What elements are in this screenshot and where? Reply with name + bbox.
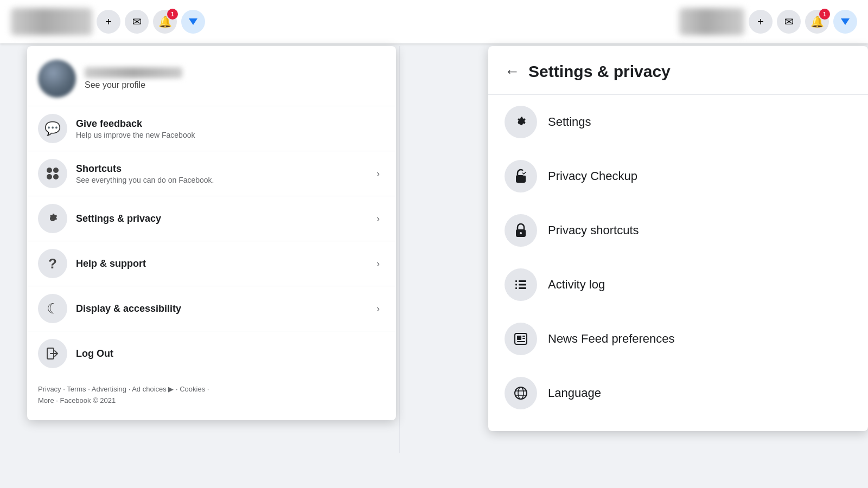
- svg-rect-10: [519, 280, 526, 282]
- menu-item-logout[interactable]: Log Out: [27, 331, 396, 376]
- profile-section[interactable]: See your profile: [27, 52, 396, 106]
- see-profile-label: See your profile: [85, 80, 182, 90]
- newspaper-icon: [513, 331, 529, 347]
- navbar-left: + ✉ 🔔 1: [11, 8, 205, 35]
- svg-point-3: [53, 174, 59, 179]
- shortcuts-svg-icon: [45, 166, 60, 181]
- footer-more[interactable]: More: [38, 396, 54, 404]
- avatar: [38, 60, 76, 98]
- profile-info: See your profile: [85, 67, 182, 90]
- settings-privacy-heading: Settings & privacy: [528, 62, 671, 81]
- activity-log-icon: [505, 268, 537, 301]
- feedback-subtitle: Help us improve the new Facebook: [76, 131, 385, 139]
- privacy-checkup-label: Privacy Checkup: [548, 169, 637, 183]
- svg-rect-19: [517, 341, 525, 342]
- shortcuts-subtitle: See everything you can do on Facebook.: [76, 176, 368, 184]
- moon-icon: ☾: [47, 300, 59, 317]
- privacy-checkup-icon: [505, 160, 537, 192]
- menu-item-feedback[interactable]: 💬 Give feedback Help us improve the new …: [27, 106, 396, 151]
- messenger-button-right[interactable]: ✉: [777, 10, 801, 34]
- question-icon: ?: [48, 255, 57, 272]
- account-dropdown-button-right[interactable]: [833, 10, 857, 34]
- logout-title: Log Out: [76, 348, 385, 359]
- help-text: Help & support: [76, 258, 368, 269]
- settings-privacy-title: Settings & privacy: [76, 213, 368, 224]
- plus-icon: +: [105, 16, 112, 28]
- feedback-title: Give feedback: [76, 118, 385, 130]
- add-button-right[interactable]: +: [749, 10, 773, 34]
- settings-item-privacy-checkup[interactable]: Privacy Checkup: [488, 149, 868, 203]
- settings-privacy-menu: ← Settings & privacy Settings Privacy Ch…: [488, 46, 868, 431]
- lock-checkup-icon: [512, 168, 529, 185]
- globe-icon: [513, 385, 529, 401]
- settings-privacy-icon: [38, 204, 67, 233]
- language-icon: [505, 377, 537, 409]
- settings-item-settings-label: Settings: [548, 115, 591, 129]
- help-icon: ?: [38, 249, 67, 278]
- svg-rect-9: [515, 280, 517, 282]
- shortcuts-text: Shortcuts See everything you can do on F…: [76, 163, 368, 184]
- display-title: Display & accessibility: [76, 303, 368, 314]
- svg-rect-12: [519, 284, 526, 286]
- footer-adchoices[interactable]: Ad choices ▶: [132, 385, 174, 393]
- display-text: Display & accessibility: [76, 303, 368, 314]
- shortcuts-icon: [38, 159, 67, 188]
- menu-item-display[interactable]: ☾ Display & accessibility ›: [27, 286, 396, 331]
- shortcuts-chevron: ›: [376, 168, 380, 179]
- svg-point-8: [520, 232, 522, 234]
- notifications-button-right[interactable]: 🔔 1: [805, 10, 829, 34]
- add-button[interactable]: +: [97, 10, 120, 34]
- chevron-down-icon: [189, 18, 197, 25]
- notifications-button[interactable]: 🔔 1: [153, 10, 177, 34]
- feedback-icon: 💬: [38, 114, 67, 143]
- menu-item-settings-privacy[interactable]: Settings & privacy ›: [27, 196, 396, 241]
- svg-rect-5: [516, 175, 526, 183]
- privacy-shortcuts-label: Privacy shortcuts: [548, 223, 639, 237]
- profile-name-blur: [85, 67, 182, 78]
- footer-terms[interactable]: Terms: [67, 385, 86, 393]
- help-chevron: ›: [376, 258, 380, 269]
- svg-point-6: [521, 170, 527, 176]
- plus-icon-right: +: [757, 16, 764, 28]
- svg-point-0: [47, 168, 52, 173]
- settings-item-language[interactable]: Language: [488, 366, 868, 420]
- newsfeed-label: News Feed preferences: [548, 332, 675, 346]
- navbar: + ✉ 🔔 1 + ✉ 🔔 1: [0, 0, 868, 43]
- footer-cookies[interactable]: Cookies: [180, 385, 205, 393]
- activity-log-label: Activity log: [548, 278, 605, 292]
- left-dropdown-menu: See your profile 💬 Give feedback Help us…: [27, 46, 396, 420]
- footer-links: Privacy · Terms · Advertising · Ad choic…: [27, 376, 396, 409]
- settings-item-settings[interactable]: Settings: [488, 95, 868, 149]
- shortcuts-title: Shortcuts: [76, 163, 368, 175]
- display-icon: ☾: [38, 294, 67, 323]
- account-dropdown-button[interactable]: [181, 10, 205, 34]
- chevron-down-icon-right: [841, 18, 850, 25]
- gear-icon-settings: [513, 114, 529, 130]
- settings-item-newsfeed[interactable]: News Feed preferences: [488, 312, 868, 366]
- facebook-logo-right: [679, 8, 744, 35]
- settings-item-privacy-shortcuts[interactable]: Privacy shortcuts: [488, 203, 868, 258]
- messenger-button[interactable]: ✉: [125, 10, 149, 34]
- privacy-shortcuts-icon: [505, 214, 537, 247]
- back-button[interactable]: ←: [505, 63, 520, 80]
- help-title: Help & support: [76, 258, 368, 269]
- gear-icon: [45, 211, 60, 226]
- messenger-icon-right: ✉: [784, 15, 794, 28]
- svg-point-20: [515, 387, 527, 399]
- door-icon: [45, 346, 60, 361]
- notification-badge: 1: [167, 9, 178, 20]
- svg-rect-17: [522, 336, 525, 337]
- footer-privacy[interactable]: Privacy: [38, 385, 61, 393]
- menu-item-shortcuts[interactable]: Shortcuts See everything you can do on F…: [27, 151, 396, 196]
- svg-point-2: [47, 174, 52, 179]
- svg-rect-11: [515, 284, 517, 286]
- list-icon: [513, 277, 529, 293]
- menu-item-help[interactable]: ? Help & support ›: [27, 241, 396, 286]
- settings-item-activity-log[interactable]: Activity log: [488, 258, 868, 312]
- footer-advertising[interactable]: Advertising: [92, 385, 126, 393]
- logout-icon: [38, 339, 67, 368]
- svg-rect-14: [519, 287, 526, 289]
- svg-rect-13: [515, 287, 517, 289]
- svg-rect-16: [517, 336, 521, 340]
- logout-text: Log Out: [76, 348, 385, 359]
